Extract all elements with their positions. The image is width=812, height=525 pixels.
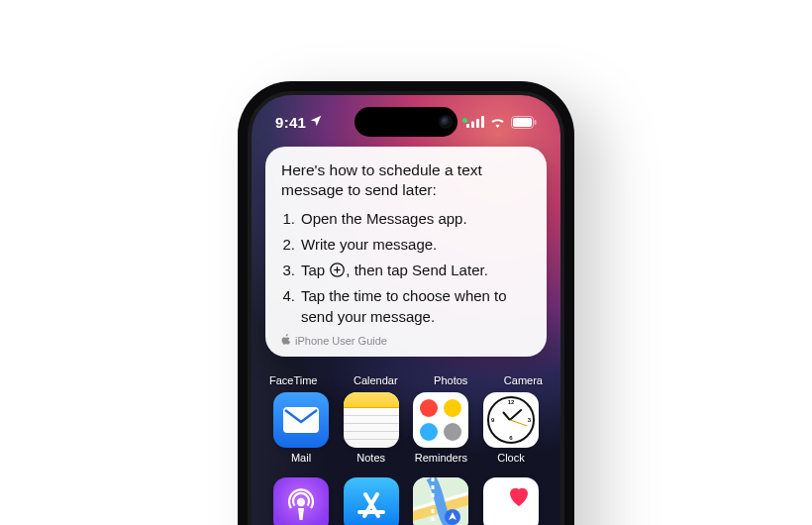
card-title: Here's how to schedule a text message to… bbox=[281, 160, 531, 200]
step-number: 2. bbox=[281, 234, 295, 256]
app-mail[interactable]: Mail bbox=[269, 392, 333, 464]
app-label: Photos bbox=[434, 374, 467, 386]
app-health[interactable]: Health bbox=[479, 477, 543, 525]
card-source-text: iPhone User Guide bbox=[295, 335, 387, 347]
iphone-device: 9:41 bbox=[238, 81, 574, 525]
battery-icon bbox=[511, 116, 537, 129]
clock-icon: 12 6 3 9 bbox=[483, 392, 539, 448]
step-text: Tap , then tap Send Later. bbox=[301, 260, 531, 281]
step-text-post: , then tap Send Later. bbox=[346, 262, 487, 278]
status-left: 9:41 bbox=[275, 109, 323, 135]
step-text: Tap the time to choose when to send your… bbox=[301, 285, 531, 329]
app-appstore[interactable]: App Store bbox=[340, 477, 403, 525]
step-text-pre: Tap bbox=[301, 262, 329, 278]
wifi-icon bbox=[489, 116, 506, 128]
app-podcasts[interactable]: Podcasts bbox=[269, 477, 333, 525]
step-number: 3. bbox=[281, 260, 295, 281]
app-label: FaceTime bbox=[269, 374, 318, 386]
card-source: iPhone User Guide bbox=[281, 334, 531, 347]
siri-answer-card[interactable]: Here's how to schedule a text message to… bbox=[265, 147, 547, 357]
card-step: 2. Write your message. bbox=[281, 234, 531, 256]
maps-icon bbox=[413, 477, 468, 525]
mail-icon bbox=[273, 392, 329, 448]
plus-circle-icon bbox=[329, 262, 346, 278]
status-time: 9:41 bbox=[275, 114, 306, 131]
camera-indicator-dot bbox=[462, 118, 467, 123]
svg-rect-6 bbox=[535, 120, 537, 125]
app-label: Camera bbox=[504, 374, 543, 386]
step-text: Open the Messages app. bbox=[301, 208, 531, 230]
app-clock[interactable]: 12 6 3 9 Clock bbox=[479, 392, 543, 464]
location-arrow-icon bbox=[309, 114, 323, 131]
phone-frame: 9:41 bbox=[238, 81, 574, 525]
svg-rect-10 bbox=[283, 407, 319, 433]
reminders-icon bbox=[413, 392, 468, 448]
home-screen-apps: Mail Notes Reminders bbox=[252, 392, 560, 525]
svg-rect-5 bbox=[513, 118, 532, 127]
dynamic-island bbox=[355, 107, 457, 137]
app-reminders[interactable]: Reminders bbox=[409, 392, 472, 464]
step-number: 4. bbox=[281, 285, 295, 329]
card-step: 3. Tap , then tap Send Later. bbox=[281, 260, 531, 281]
svg-rect-0 bbox=[466, 124, 469, 128]
front-camera-icon bbox=[441, 117, 451, 127]
app-row: Podcasts App Store bbox=[269, 477, 543, 525]
app-label: Notes bbox=[356, 452, 385, 464]
health-icon bbox=[483, 477, 539, 525]
app-row-peek-labels: FaceTime Calendar Photos Camera bbox=[252, 374, 560, 386]
svg-point-11 bbox=[297, 498, 305, 506]
app-notes[interactable]: Notes bbox=[340, 392, 403, 464]
phone-screen: 9:41 bbox=[252, 95, 560, 525]
card-step: 4. Tap the time to choose when to send y… bbox=[281, 285, 531, 329]
phone-bezel: 9:41 bbox=[248, 91, 564, 525]
step-number: 1. bbox=[281, 208, 295, 230]
step-text: Write your message. bbox=[301, 234, 531, 256]
card-step: 1. Open the Messages app. bbox=[281, 208, 531, 230]
app-label: Calendar bbox=[354, 374, 398, 386]
notes-icon bbox=[344, 392, 399, 448]
apple-logo-icon bbox=[281, 334, 291, 347]
app-label: Reminders bbox=[415, 452, 467, 464]
app-row: Mail Notes Reminders bbox=[269, 392, 543, 464]
app-label: Mail bbox=[291, 452, 311, 464]
card-steps-list: 1. Open the Messages app. 2. Write your … bbox=[281, 208, 531, 328]
status-right bbox=[466, 109, 537, 135]
svg-rect-1 bbox=[471, 122, 474, 129]
app-maps[interactable]: Maps bbox=[409, 477, 472, 525]
app-label: Clock bbox=[497, 452, 525, 464]
podcasts-icon bbox=[273, 477, 329, 525]
appstore-icon bbox=[344, 477, 399, 525]
svg-rect-2 bbox=[476, 119, 479, 128]
svg-rect-3 bbox=[481, 116, 484, 128]
cellular-icon bbox=[466, 116, 484, 128]
